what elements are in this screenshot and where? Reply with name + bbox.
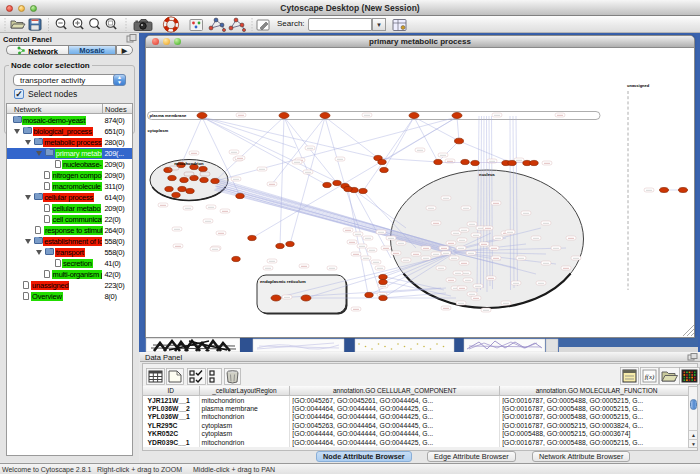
svg-text:mitochondrion: mitochondrion xyxy=(174,161,204,166)
svg-text:unassigned: unassigned xyxy=(627,83,650,88)
svg-text:cytoplasm: cytoplasm xyxy=(148,128,169,133)
svg-text:plasma membrane: plasma membrane xyxy=(150,113,187,118)
svg-text:nucleus: nucleus xyxy=(479,172,495,177)
svg-text:f(x): f(x) xyxy=(645,373,655,381)
svg-text:endoplasmic reticulum: endoplasmic reticulum xyxy=(260,279,306,284)
